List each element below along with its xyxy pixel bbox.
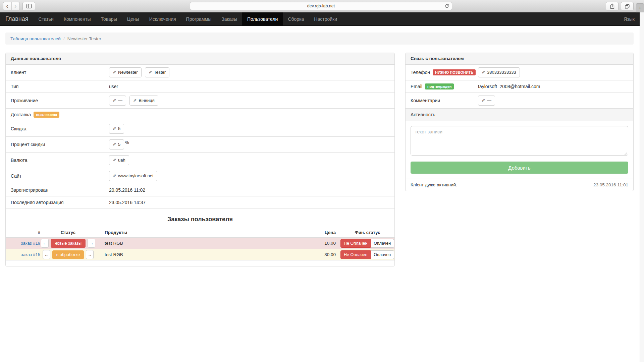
row-discount-percent-label: Процент скидки [11, 142, 109, 147]
order-15-unpaid-button[interactable]: Не Оплачен [340, 250, 371, 259]
order-15-status-button[interactable]: в обработке [52, 250, 84, 259]
row-comments: Комментарии ✎ — [406, 93, 633, 108]
order-19-status-next-button[interactable]: → [88, 239, 95, 248]
tab-overview-button[interactable] [621, 2, 634, 10]
user-data-panel-title: Данные пользователя [6, 53, 394, 64]
order-19-paid-button[interactable]: Оплачен [371, 239, 394, 248]
nav-item-users[interactable]: Пользователи [242, 12, 283, 25]
orders-col-price: Цена [296, 230, 336, 235]
order-15-status-next-button[interactable]: → [86, 250, 94, 259]
nav-item-orders[interactable]: Заказы [216, 12, 242, 25]
contact-panel-title: Связь с пользователем [406, 53, 633, 64]
row-discount: Скидка ✎ 5 [6, 121, 394, 136]
percent-suffix: % [125, 140, 129, 145]
main-navbar: Главная Статьи Компоненты Товары Цены Ис… [0, 12, 644, 26]
orders-table-footer-spacer [6, 260, 394, 266]
order-15-link[interactable]: заказ #15 [21, 252, 40, 257]
nav-brand-home[interactable]: Главная [0, 12, 34, 25]
breadcrumb-separator: / [63, 36, 65, 41]
edit-city-button[interactable]: ✎ Вінниця [129, 96, 158, 106]
edit-last-name-button[interactable]: ✎ Tester [145, 67, 169, 77]
scrollbar[interactable] [640, 12, 644, 362]
row-residence: Проживание ✎ — ✎ Вінниця [6, 93, 394, 108]
arrow-left-icon: ← [44, 252, 49, 257]
nav-item-exceptions[interactable]: Исключения [144, 12, 181, 25]
orders-col-fin-status: Фин. статус [336, 230, 394, 235]
edit-phone-button[interactable]: ✎ 380333333333 [478, 67, 520, 77]
order-15-status-prev-button[interactable]: ← [43, 250, 50, 259]
breadcrumb-users-table-link[interactable]: Таблица пользователей [10, 36, 61, 41]
phone-value: 380333333333 [487, 69, 516, 75]
share-icon [610, 3, 615, 9]
email-confirmed-badge: подтвержден [425, 83, 454, 89]
row-client-label: Клиент [11, 70, 109, 75]
nav-item-settings[interactable]: Настройки [309, 12, 342, 25]
edit-first-name-button[interactable]: ✎ Newtester [109, 67, 142, 77]
site-value: www.taylorsoft.net [118, 173, 154, 179]
row-email: Email подтвержден taylorsoft_2008@hotmai… [406, 80, 633, 93]
nav-item-prices[interactable]: Цены [122, 12, 144, 25]
pencil-icon: ✎ [482, 99, 485, 103]
history-nav-buttons[interactable]: ‹ › [3, 2, 20, 10]
pencil-icon: ✎ [113, 158, 116, 162]
order-19-products: test RGB [96, 241, 296, 246]
order-15-paid-button[interactable]: Оплачен [371, 250, 394, 259]
edit-currency-button[interactable]: ✎ uah [109, 155, 129, 165]
pencil-icon: ✎ [149, 70, 152, 74]
row-registered: Зарегистрирован 20.05.2016 11:02 [6, 184, 394, 196]
row-registered-label: Зарегистрирован [11, 187, 109, 193]
reload-icon [444, 4, 449, 9]
back-icon[interactable]: ‹ [3, 3, 11, 10]
edit-site-button[interactable]: ✎ www.taylorsoft.net [109, 171, 157, 181]
breadcrumb: Таблица пользователей / Newtester Tester [5, 33, 634, 45]
add-activity-button[interactable]: Добавить [411, 162, 628, 174]
order-row-19: заказ #19 ← новые заказы → test RGB 10.0… [6, 237, 394, 249]
pencil-icon: ✎ [482, 70, 485, 74]
order-row-15: заказ #15 ← в обработке → test RGB 30.00… [6, 249, 394, 260]
order-19-status-button[interactable]: новые заказы [51, 239, 86, 248]
row-site-label: Сайт [11, 173, 109, 179]
first-name-value: Newtester [118, 69, 138, 75]
row-last-auth-label: Последняя авторизация [11, 200, 109, 205]
discount-percent-value: 5 [118, 141, 120, 147]
activity-entry-text: Клієнт дуже активний. [411, 182, 457, 187]
nav-item-components[interactable]: Компоненты [59, 12, 96, 25]
email-value: taylorsoft_2008@hotmail.com [478, 84, 628, 89]
order-19-status-prev-button[interactable]: ← [41, 239, 49, 248]
activity-form: Добавить [406, 121, 633, 179]
activity-section-title: Активность [406, 108, 633, 121]
order-19-price: 10.00 [296, 241, 336, 246]
reload-button[interactable] [444, 4, 449, 9]
row-discount-label: Скидка [11, 126, 109, 131]
nav-item-programs[interactable]: Программы [181, 12, 217, 25]
sidebar-toggle-button[interactable] [22, 2, 35, 10]
edit-discount-button[interactable]: ✎ 5 [109, 124, 124, 134]
nav-item-products[interactable]: Товары [96, 12, 122, 25]
page-content: Таблица пользователей / Newtester Tester… [0, 26, 644, 266]
pencil-icon: ✎ [113, 174, 116, 178]
edit-country-button[interactable]: ✎ — [109, 96, 126, 106]
user-data-panel: Данные пользователя Клиент ✎ Newtester ✎… [5, 53, 395, 266]
edit-comments-button[interactable]: ✎ — [478, 96, 495, 106]
nav-item-build[interactable]: Сборка [283, 12, 309, 25]
activity-note-input[interactable] [411, 126, 628, 156]
order-19-unpaid-button[interactable]: Не Оплачен [340, 239, 371, 248]
browser-chrome: ‹ › dev.rgb-lab.net [0, 0, 644, 12]
edit-discount-percent-button[interactable]: ✎ 5 [109, 139, 124, 149]
row-type-label: Тип [11, 84, 109, 89]
user-type-value: user [109, 84, 389, 89]
pencil-icon: ✎ [113, 127, 116, 131]
new-tab-button[interactable]: + [636, 3, 644, 12]
row-currency: Валюта ✎ uah [6, 152, 394, 168]
order-19-link[interactable]: заказ #19 [21, 241, 40, 246]
row-last-auth: Последняя авторизация 23.05.2016 14:37 [6, 196, 394, 208]
row-delivery: Доставка выключена [6, 108, 394, 121]
currency-value: uah [118, 157, 125, 163]
share-button[interactable] [606, 2, 619, 10]
orders-section-title: Заказы пользователя [6, 208, 394, 228]
nav-item-articles[interactable]: Статьи [34, 12, 59, 25]
forward-icon[interactable]: › [12, 3, 20, 10]
url-bar[interactable]: dev.rgb-lab.net [190, 2, 452, 10]
tabs-icon [625, 4, 630, 9]
pencil-icon: ✎ [113, 142, 116, 146]
